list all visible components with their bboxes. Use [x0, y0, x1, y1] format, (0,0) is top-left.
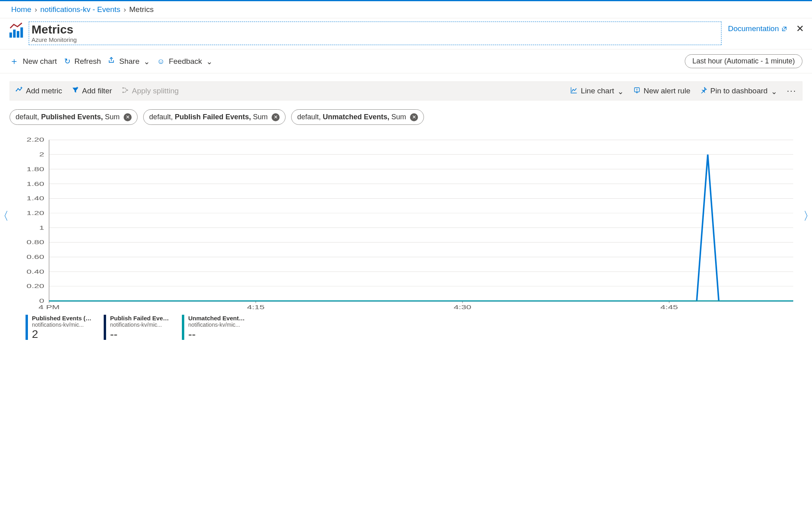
svg-rect-2	[17, 31, 19, 37]
legend-item[interactable]: Unmatched Events (Sum) notifications-kv/…	[182, 315, 248, 340]
chart-type-select[interactable]: Line chart ⌄	[570, 87, 623, 96]
share-button[interactable]: Share ⌄	[108, 57, 150, 66]
svg-text:0.80: 0.80	[27, 239, 44, 245]
chevron-down-icon: ⌄	[771, 87, 777, 96]
legend-item[interactable]: Published Events (Sum) notifications-kv/…	[26, 315, 92, 340]
legend-sub: notifications-kv/mic...	[32, 322, 92, 328]
svg-point-10	[122, 91, 124, 93]
pill-text: default, Published Events, Sum	[16, 113, 120, 121]
svg-text:1.60: 1.60	[27, 181, 44, 187]
svg-rect-0	[10, 33, 12, 38]
page-title-box: Metrics Azure Monitoring	[29, 22, 721, 45]
legend-item[interactable]: Publish Failed Event... notifications-kv…	[104, 315, 170, 340]
pill-text: default, Unmatched Events, Sum	[297, 113, 406, 121]
feedback-label: Feedback	[169, 57, 202, 66]
svg-text:2.20: 2.20	[27, 137, 44, 143]
metric-pill[interactable]: default, Publish Failed Events, Sum✕	[143, 109, 286, 125]
svg-point-11	[126, 89, 128, 91]
chart-card: + Add metric + Add filter Apply splittin…	[0, 73, 812, 344]
svg-point-5	[16, 90, 17, 91]
svg-point-7	[19, 89, 20, 91]
line-chart: 00.200.400.600.8011.201.401.601.8022.204…	[13, 137, 799, 312]
pill-text: default, Publish Failed Events, Sum	[149, 113, 268, 121]
page-header: Metrics Azure Monitoring Documentation ✕	[0, 18, 812, 49]
svg-point-14	[637, 91, 637, 91]
breadcrumb-current: Metrics	[129, 5, 154, 14]
documentation-link[interactable]: Documentation	[728, 24, 787, 33]
chevron-down-icon: ⌄	[617, 87, 624, 96]
page-title: Metrics	[32, 23, 718, 36]
svg-text:1: 1	[39, 225, 44, 231]
line-chart-icon	[570, 87, 577, 96]
breadcrumb: Home › notifications-kv - Events › Metri…	[0, 1, 812, 18]
time-range-picker[interactable]: Last hour (Automatic - 1 minute)	[685, 54, 802, 68]
svg-text:1.80: 1.80	[27, 166, 44, 172]
share-icon	[108, 57, 115, 66]
svg-text:4:15: 4:15	[247, 304, 264, 311]
plot-area[interactable]: 00.200.400.600.8011.201.401.601.8022.204…	[13, 137, 799, 312]
filter-icon: +	[72, 87, 79, 96]
plus-icon: ＋	[10, 55, 19, 67]
metric-pills: default, Published Events, Sum✕default, …	[10, 109, 802, 125]
remove-pill-button[interactable]: ✕	[410, 113, 418, 121]
add-metric-label: Add metric	[26, 87, 62, 95]
metrics-icon	[8, 22, 26, 39]
svg-text:2: 2	[39, 151, 44, 158]
svg-rect-1	[13, 30, 16, 37]
pin-dashboard-button[interactable]: Pin to dashboard ⌄	[700, 87, 777, 96]
external-link-icon	[781, 26, 787, 32]
chevron-down-icon: ⌄	[144, 57, 150, 66]
new-chart-label: New chart	[23, 57, 57, 66]
new-chart-button[interactable]: ＋ New chart	[10, 55, 57, 67]
refresh-label: Refresh	[75, 57, 101, 66]
legend-value: 2	[32, 329, 92, 340]
svg-text:+: +	[20, 87, 22, 90]
legend-value: --	[188, 329, 248, 340]
apply-splitting-button: Apply splitting	[122, 87, 179, 96]
smile-icon: ☺	[157, 57, 165, 66]
metric-pill[interactable]: default, Unmatched Events, Sum✕	[291, 109, 424, 125]
svg-rect-3	[20, 28, 23, 38]
add-filter-label: Add filter	[82, 87, 112, 95]
apply-splitting-label: Apply splitting	[132, 87, 179, 95]
alert-icon	[633, 87, 641, 96]
more-button[interactable]: ···	[787, 86, 796, 96]
top-toolbar: ＋ New chart ↻ Refresh Share ⌄ ☺ Feedback…	[0, 49, 812, 73]
pin-icon	[700, 87, 707, 96]
svg-text:0.40: 0.40	[27, 268, 44, 275]
svg-text:4:45: 4:45	[660, 304, 678, 311]
remove-pill-button[interactable]: ✕	[124, 113, 132, 121]
legend-sub: notifications-kv/mic...	[110, 322, 170, 328]
chart-toolbar: + Add metric + Add filter Apply splittin…	[10, 81, 802, 101]
svg-text:1.20: 1.20	[27, 210, 44, 216]
legend-sub: notifications-kv/mic...	[188, 322, 248, 328]
svg-text:+: +	[76, 87, 78, 90]
remove-pill-button[interactable]: ✕	[272, 113, 280, 121]
legend-name: Publish Failed Event...	[110, 315, 170, 322]
refresh-button[interactable]: ↻ Refresh	[64, 57, 101, 66]
legend-name: Unmatched Events (Sum)	[188, 315, 248, 322]
svg-text:1.40: 1.40	[27, 195, 44, 201]
metric-pill[interactable]: default, Published Events, Sum✕	[10, 109, 138, 125]
svg-text:0.20: 0.20	[27, 283, 44, 290]
legend-value: --	[110, 329, 170, 340]
new-alert-label: New alert rule	[644, 87, 690, 95]
feedback-button[interactable]: ☺ Feedback ⌄	[157, 57, 213, 66]
pin-label: Pin to dashboard	[710, 87, 768, 95]
refresh-icon: ↻	[64, 57, 71, 66]
add-metric-button[interactable]: + Add metric	[16, 87, 62, 96]
share-label: Share	[119, 57, 140, 66]
close-button[interactable]: ✕	[796, 23, 804, 34]
legend: Published Events (Sum) notifications-kv/…	[10, 315, 802, 340]
legend-name: Published Events (Sum)	[32, 315, 92, 322]
breadcrumb-mid[interactable]: notifications-kv - Events	[40, 5, 120, 14]
breadcrumb-home[interactable]: Home	[11, 5, 32, 14]
svg-point-6	[18, 88, 19, 89]
svg-text:4 PM: 4 PM	[38, 304, 59, 311]
add-filter-button[interactable]: + Add filter	[72, 87, 112, 96]
new-alert-button[interactable]: New alert rule	[633, 87, 690, 96]
add-metric-icon: +	[16, 87, 23, 96]
chevron-down-icon: ⌄	[206, 57, 213, 66]
chevron-right-icon: ›	[35, 5, 37, 14]
svg-text:0: 0	[39, 298, 44, 304]
